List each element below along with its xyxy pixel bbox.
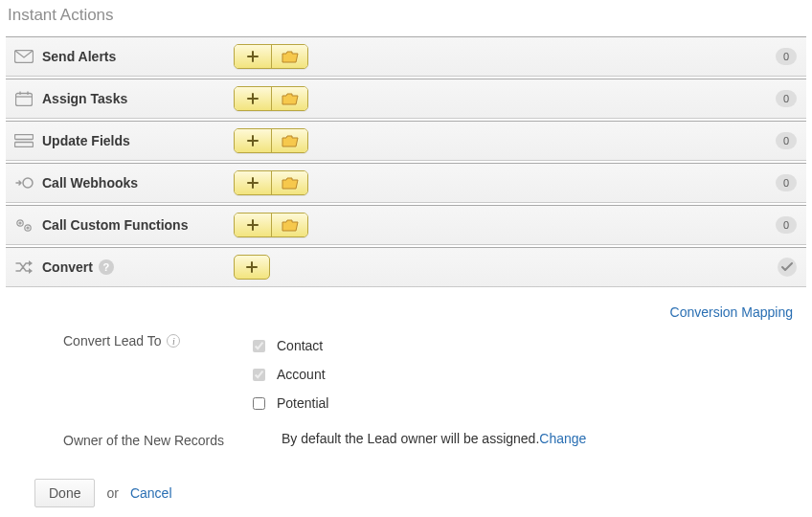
convert-panel: Conversion Mapping Convert Lead To i Con… [6, 287, 806, 507]
add-button[interactable] [235, 129, 271, 152]
or-text: or [106, 485, 118, 501]
shuffle-icon [13, 257, 34, 278]
convert-label-text: Convert [42, 259, 93, 275]
count-badge: 0 [776, 48, 797, 65]
row-send-alerts: Send Alerts 0 [6, 36, 806, 77]
row-label: Send Alerts [42, 49, 234, 64]
owner-label: Owner of the New Records [63, 433, 224, 448]
check-icon [778, 258, 797, 277]
fields-icon [13, 130, 34, 151]
row-label: Call Custom Functions [42, 217, 234, 233]
row-label: Convert ? [42, 259, 234, 275]
add-button[interactable] [235, 171, 271, 194]
browse-button[interactable] [271, 45, 307, 68]
row-convert: Convert ? [6, 247, 806, 287]
owner-text: By default the Lead owner will be assign… [282, 431, 539, 446]
row-label: Assign Tasks [42, 91, 234, 106]
contact-option-label: Contact [277, 338, 323, 353]
contact-checkbox [253, 340, 265, 352]
count-badge: 0 [776, 90, 797, 107]
browse-button[interactable] [271, 214, 307, 236]
potential-option-label: Potential [277, 395, 328, 411]
owner-change-link[interactable]: Change [539, 431, 586, 446]
svg-point-11 [27, 227, 29, 229]
convert-lead-to-label: Convert Lead To [63, 333, 161, 348]
browse-button[interactable] [271, 87, 307, 110]
count-badge: 0 [776, 132, 797, 149]
potential-checkbox[interactable] [253, 397, 265, 410]
svg-rect-5 [15, 135, 34, 140]
action-rows: Send Alerts 0 Assign Tasks [6, 36, 806, 287]
row-label: Call Webhooks [42, 175, 234, 191]
count-badge: 0 [776, 216, 797, 234]
svg-point-8 [17, 220, 23, 226]
calendar-icon [13, 88, 34, 109]
svg-point-7 [23, 178, 33, 188]
row-label: Update Fields [42, 133, 234, 148]
svg-point-10 [25, 225, 31, 231]
done-button[interactable]: Done [34, 479, 95, 507]
add-button[interactable] [235, 87, 271, 110]
page-title: Instant Actions [6, 0, 806, 34]
row-update-fields: Update Fields 0 [6, 121, 806, 161]
add-button[interactable] [235, 45, 271, 68]
gears-icon [13, 214, 34, 236]
row-assign-tasks: Assign Tasks 0 [6, 79, 806, 119]
conversion-mapping-link[interactable]: Conversion Mapping [670, 304, 793, 320]
account-option-label: Account [277, 367, 326, 382]
help-icon[interactable]: ? [99, 259, 114, 275]
info-icon[interactable]: i [167, 334, 180, 348]
browse-button[interactable] [271, 129, 307, 152]
row-call-webhooks: Call Webhooks 0 [6, 163, 806, 203]
count-badge: 0 [776, 174, 797, 191]
browse-button[interactable] [271, 171, 307, 194]
svg-rect-1 [16, 94, 33, 106]
add-button[interactable] [235, 214, 271, 236]
webhook-icon [13, 172, 34, 193]
svg-point-9 [19, 222, 21, 224]
mail-icon [13, 46, 34, 67]
svg-rect-6 [15, 143, 34, 147]
cancel-link[interactable]: Cancel [130, 485, 172, 501]
add-button[interactable] [234, 255, 270, 280]
row-call-custom-functions: Call Custom Functions 0 [6, 205, 806, 245]
account-checkbox [253, 369, 265, 381]
